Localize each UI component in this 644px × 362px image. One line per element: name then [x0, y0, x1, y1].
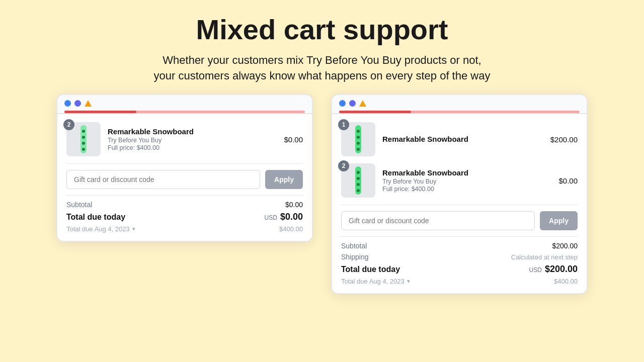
total-currency-left: USD — [265, 214, 277, 221]
cart-mockup-right: 1 Remarkable Snowboard $200.00 — [331, 94, 588, 294]
product-item-right-2: 2 Remarkable Snowboard Try Before You Bu… — [341, 163, 578, 198]
discount-input-right[interactable] — [341, 211, 535, 230]
total-currency-right: USD — [529, 266, 542, 274]
shipping-row-right: Shipping Calculated at next step — [341, 253, 578, 261]
chevron-down-icon-left: ▾ — [132, 226, 135, 232]
discount-row-left[interactable]: Apply — [66, 170, 303, 189]
product-image-wrap-left: 2 — [66, 122, 101, 156]
svg-point-2 — [82, 130, 85, 133]
total-value-right: $200.00 — [545, 264, 578, 275]
divider-right-1 — [341, 205, 578, 205]
future-due-row-right: Total due Aug 4, 2023 ▾ $400.00 — [341, 278, 578, 285]
shipping-value-right: Calculated at next step — [511, 253, 578, 261]
total-row-left: Total due today USD $0.00 — [66, 212, 303, 222]
product-full-price-right-2: Full price: $400.00 — [382, 186, 551, 193]
discount-row-right[interactable]: Apply — [341, 211, 578, 230]
product-price-right-1: $200.00 — [550, 135, 578, 144]
progress-bar-right — [339, 111, 580, 113]
titlebar-left — [57, 95, 312, 114]
total-value-group-right: USD $200.00 — [529, 264, 578, 275]
svg-point-9 — [357, 142, 360, 145]
progress-fill-left — [64, 111, 136, 113]
subtotal-row-right: Subtotal $200.00 — [341, 242, 578, 250]
product-name-left: Remarkable Snowboard — [108, 127, 277, 136]
window-dots-left — [64, 100, 305, 107]
product-info-right-1: Remarkable Snowboard — [382, 135, 543, 144]
future-due-value-left: $400.00 — [279, 225, 303, 233]
future-due-row-left: Total due Aug 4, 2023 ▾ $400.00 — [66, 225, 303, 233]
product-info-right-2: Remarkable Snowboard Try Before You Buy … — [382, 168, 551, 193]
divider-left-1 — [66, 163, 303, 164]
total-label-right: Total due today — [341, 265, 400, 274]
product-name-right-1: Remarkable Snowboard — [382, 135, 543, 143]
progress-fill-right — [339, 111, 411, 113]
cart-content-left: 2 Remarkable Snowboard Try Before You Bu… — [57, 114, 312, 241]
subtotal-row-left: Subtotal $0.00 — [66, 201, 303, 209]
divider-left-2 — [66, 195, 303, 196]
hero-subtitle: Whether your customers mix Try Before Yo… — [154, 52, 491, 84]
svg-point-8 — [357, 136, 360, 139]
hero-section: Mixed cart support Whether your customer… — [114, 0, 531, 94]
total-value-group-left: USD $0.00 — [265, 212, 303, 222]
svg-point-10 — [357, 148, 360, 151]
total-value-left: $0.00 — [280, 212, 303, 222]
dot-indigo-left — [74, 100, 81, 107]
product-name-right-2: Remarkable Snowboard — [382, 168, 551, 177]
apply-button-left[interactable]: Apply — [265, 170, 303, 189]
subtotal-label-left: Subtotal — [66, 201, 92, 209]
product-price-left: $0.00 — [284, 135, 303, 144]
window-dots-right — [339, 100, 580, 107]
snowboard-svg-right-1 — [346, 124, 370, 154]
dot-triangle-right — [359, 100, 366, 107]
product-item-right-1: 1 Remarkable Snowboard $200.00 — [341, 122, 578, 156]
cart-content-right: 1 Remarkable Snowboard $200.00 — [332, 114, 587, 293]
divider-right-2 — [341, 236, 578, 237]
chevron-down-icon-right: ▾ — [407, 278, 410, 285]
svg-point-5 — [82, 148, 85, 151]
dot-blue-left — [64, 100, 71, 107]
future-due-label-right: Total due Aug 4, 2023 ▾ — [341, 278, 410, 285]
future-due-label-left: Total due Aug 4, 2023 ▾ — [66, 225, 135, 233]
product-tag-left: Try Before You Buy — [108, 137, 277, 144]
svg-point-7 — [357, 130, 360, 133]
apply-button-right[interactable]: Apply — [540, 211, 578, 230]
svg-point-3 — [82, 136, 85, 139]
subtotal-value-left: $0.00 — [285, 201, 303, 209]
total-row-right: Total due today USD $200.00 — [341, 264, 578, 275]
subtotal-label-right: Subtotal — [341, 242, 367, 250]
svg-point-15 — [357, 189, 360, 192]
dot-triangle-left — [85, 100, 92, 107]
snowboard-svg-left — [71, 124, 96, 154]
discount-input-left[interactable] — [66, 170, 260, 189]
svg-point-13 — [357, 177, 360, 180]
product-info-left: Remarkable Snowboard Try Before You Buy … — [108, 127, 277, 151]
progress-bar-left — [64, 111, 305, 113]
product-image-wrap-right-1: 1 — [341, 122, 375, 156]
product-item-left: 2 Remarkable Snowboard Try Before You Bu… — [66, 122, 303, 156]
page-title: Mixed cart support — [154, 14, 491, 45]
subtotal-value-right: $200.00 — [552, 242, 578, 250]
product-image-wrap-right-2: 2 — [341, 163, 375, 198]
total-label-left: Total due today — [66, 213, 125, 222]
future-due-value-right: $400.00 — [554, 278, 578, 285]
product-price-right-2: $0.00 — [558, 176, 578, 185]
svg-point-4 — [82, 142, 85, 145]
svg-point-14 — [357, 183, 360, 186]
svg-point-12 — [357, 171, 360, 174]
dot-blue-right — [339, 100, 346, 107]
titlebar-right — [332, 95, 587, 114]
mockups-row: 2 Remarkable Snowboard Try Before You Bu… — [0, 94, 644, 294]
product-tag-right-2: Try Before You Buy — [382, 178, 551, 185]
shipping-label-right: Shipping — [341, 253, 369, 261]
dot-indigo-right — [349, 100, 356, 107]
product-full-price-left: Full price: $400.00 — [108, 144, 277, 151]
snowboard-svg-right-2 — [346, 165, 370, 196]
cart-mockup-left: 2 Remarkable Snowboard Try Before You Bu… — [56, 94, 313, 242]
